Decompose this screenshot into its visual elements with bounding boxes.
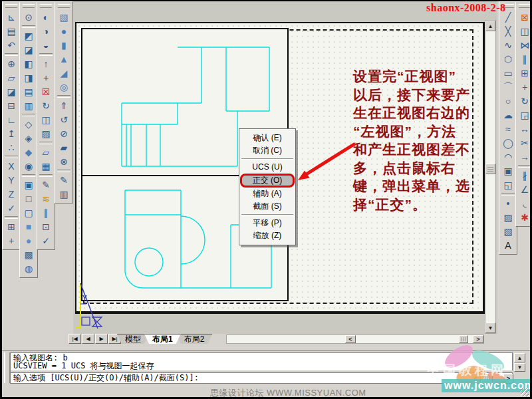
command-scroll-up-button[interactable]: ▲ xyxy=(514,353,525,362)
erase-icon[interactable]: ⊠ xyxy=(518,11,531,24)
named-ucs-icon[interactable]: ▤ xyxy=(5,25,18,38)
intersect-icon[interactable]: ◒ xyxy=(39,39,53,52)
gouraud-edges-icon[interactable]: ◍ xyxy=(22,262,35,275)
toolbar-grip[interactable] xyxy=(519,4,531,8)
copy-object-icon[interactable]: ◫ xyxy=(518,25,531,38)
flat-shaded-icon[interactable]: ■ xyxy=(22,220,35,233)
rotate-faces-icon[interactable]: ↻ xyxy=(39,99,53,112)
mirror-icon[interactable]: ⋈ xyxy=(518,39,531,52)
command-scrollbar-thumb[interactable] xyxy=(481,374,493,382)
delete-faces-icon[interactable]: ☒ xyxy=(39,85,53,98)
y-rotate-ucs-icon[interactable]: Y xyxy=(5,174,18,187)
chamfer-icon[interactable]: ∠ xyxy=(518,183,531,196)
iso-wireframe-1-icon[interactable]: ◇ xyxy=(22,118,35,131)
construction-line-icon[interactable]: ╳ xyxy=(501,25,515,38)
cone-solid-icon[interactable]: ▲ xyxy=(57,53,70,66)
copy-faces-icon[interactable]: ◫ xyxy=(39,113,53,126)
menu-item-auxiliary[interactable]: 辅助 (A) xyxy=(239,188,295,200)
horizontal-scrollbar[interactable]: < > xyxy=(226,334,484,344)
ucs-dialog-icon[interactable]: ⊞ xyxy=(5,220,18,233)
color-faces-icon[interactable]: ▨ xyxy=(39,127,53,140)
fillet-icon[interactable]: ◟ xyxy=(518,197,531,210)
torus-solid-icon[interactable]: ◎ xyxy=(57,80,70,94)
section-icon[interactable]: ▰ xyxy=(57,141,70,154)
iso-wireframe-2-icon[interactable]: ◈ xyxy=(22,132,35,145)
ucs-previous-icon[interactable]: ↶ xyxy=(5,39,18,52)
insert-block-icon[interactable]: ▣ xyxy=(501,164,515,178)
explode-icon[interactable]: ✱ xyxy=(518,211,531,224)
resize-grip[interactable] xyxy=(521,388,529,396)
setup-drawing-icon[interactable]: ✎ xyxy=(57,174,70,187)
x-rotate-ucs-icon[interactable]: X xyxy=(5,160,18,173)
box-solid-icon[interactable]: ▧ xyxy=(57,11,70,24)
shell-icon[interactable]: ⊡ xyxy=(39,220,53,233)
region-icon[interactable]: ▧ xyxy=(501,225,515,238)
camera-icon[interactable]: ◉ xyxy=(22,160,35,173)
trim-icon[interactable]: ✂ xyxy=(518,136,531,150)
spline-icon[interactable]: ≈ xyxy=(501,122,515,136)
command-scroll-right-button[interactable]: > xyxy=(503,374,513,382)
ellipse-arc-icon[interactable]: ◠ xyxy=(501,150,515,164)
back-view-icon[interactable]: ▥ xyxy=(22,99,35,112)
rectangle-icon[interactable]: ▭ xyxy=(501,66,515,80)
wedge-solid-icon[interactable]: ◢ xyxy=(57,66,70,80)
polygon-icon[interactable]: ⬡ xyxy=(501,53,515,66)
iso-wireframe-3-icon[interactable]: ◆ xyxy=(22,146,35,159)
view-ucs-icon[interactable]: ⊟ xyxy=(5,99,18,112)
move-icon[interactable]: + xyxy=(518,80,531,94)
menu-item-ortho[interactable]: 正交 (O) xyxy=(240,174,295,188)
2d-wireframe-icon[interactable]: ▣ xyxy=(22,178,35,192)
menu-item-zoom[interactable]: 缩放 (Z) xyxy=(239,229,295,242)
clean-icon[interactable]: ≋ xyxy=(39,192,53,205)
subtract-icon[interactable]: ◑ xyxy=(39,25,53,38)
ne-isometric-icon[interactable]: ◧ xyxy=(22,57,35,70)
scroll-up-button[interactable]: ▲ xyxy=(485,21,495,31)
ucs-icon[interactable]: ⊾ xyxy=(5,11,18,24)
slice-icon[interactable]: ⊘ xyxy=(57,127,70,140)
hidden-view-icon[interactable]: ▢ xyxy=(22,206,35,219)
command-scroll-down-button[interactable]: ▼ xyxy=(514,363,525,372)
command-prompt-input[interactable]: 输入选项 [UCS(U)/正交(O)/辅助(A)/截面(S)]: xyxy=(10,372,513,384)
point-icon[interactable]: • xyxy=(501,197,515,210)
circle-icon[interactable]: ○ xyxy=(501,94,515,108)
scale-icon[interactable]: ◲ xyxy=(518,108,531,122)
move-faces-icon[interactable]: + xyxy=(39,71,53,84)
3d-wireframe-icon[interactable]: □ xyxy=(22,192,35,205)
tab-layout2[interactable]: 布局2 xyxy=(176,334,213,344)
menu-item-ucs[interactable]: UCS (U) xyxy=(239,161,295,174)
menu-item-pan[interactable]: 平移 (P) xyxy=(239,217,295,229)
extrude-icon[interactable]: ⇑ xyxy=(57,99,70,112)
menu-item-cancel[interactable]: 取消 (C) xyxy=(239,144,295,157)
scroll-down-button[interactable]: ▼ xyxy=(485,323,495,333)
named-views-icon[interactable]: ⊙ xyxy=(22,11,35,24)
revolve-icon[interactable]: ↺ xyxy=(57,113,70,126)
command-scroll-left-button[interactable]: < xyxy=(471,374,481,382)
tab-layout1[interactable]: 布局1 xyxy=(144,334,181,344)
toolbar-grip[interactable] xyxy=(40,4,52,8)
origin-ucs-icon[interactable]: ∟ xyxy=(5,113,18,126)
z-axis-ucs-icon[interactable]: ↥ xyxy=(5,127,18,140)
interfere-icon[interactable]: ⊗ xyxy=(57,155,70,168)
polyline-icon[interactable]: ∿ xyxy=(501,39,515,52)
menu-item-section[interactable]: 截面 (S) xyxy=(239,200,295,213)
text-icon[interactable]: A xyxy=(501,239,515,252)
arc-icon[interactable]: ⌒ xyxy=(501,80,515,94)
object-ucs-icon[interactable]: ▱ xyxy=(5,71,18,84)
toolbar-grip[interactable] xyxy=(58,4,70,8)
tab-nav-button-1[interactable]: ◀ xyxy=(82,334,94,344)
union-icon[interactable]: ◐ xyxy=(39,11,53,24)
check-solid-icon[interactable]: ✓ xyxy=(39,234,53,247)
tab-nav-button-2[interactable]: ▶ xyxy=(95,334,108,344)
z-rotate-ucs-icon[interactable]: Z xyxy=(5,188,18,201)
setup-view-icon[interactable]: ▥ xyxy=(57,188,70,201)
toolbar-grip[interactable] xyxy=(5,4,17,8)
gouraud-shaded-icon[interactable]: ● xyxy=(22,234,35,247)
ellipse-icon[interactable]: ◯ xyxy=(501,136,515,150)
offset-icon[interactable]: ∥ xyxy=(518,53,531,66)
three-point-ucs-icon[interactable]: ∴ xyxy=(5,141,18,154)
rotate-icon[interactable]: ↻ xyxy=(518,94,531,108)
apply-ucs-icon[interactable]: ✓ xyxy=(5,201,18,215)
sw-isometric-icon[interactable]: ◩ xyxy=(22,29,35,43)
face-ucs-icon[interactable]: ◪ xyxy=(5,85,18,98)
world-ucs-icon[interactable]: ⊕ xyxy=(5,57,18,70)
